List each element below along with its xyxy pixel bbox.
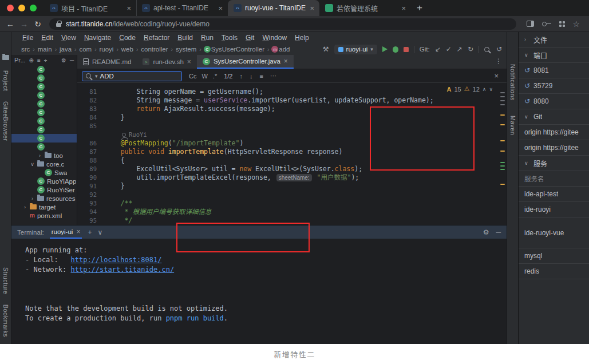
breadcrumb-item[interactable]: controller [140,46,168,53]
project-tree-row[interactable]: CSwa [11,168,77,177]
project-tree-row[interactable]: C [11,91,77,100]
menu-help[interactable]: Help [291,34,313,42]
whole-words-toggle[interactable]: W [201,73,207,80]
drawer-section-header[interactable]: ∨端口 [519,48,589,63]
terminal-link[interactable]: http://localhost:8081/ [70,256,161,264]
breadcrumb-item[interactable]: ruoyi [99,46,114,53]
next-match-icon[interactable]: ↓ [250,73,253,80]
tab-close-icon[interactable]: × [401,4,406,13]
debug-button[interactable] [393,46,398,53]
minimize-window-button[interactable] [18,5,25,11]
tool-window-bookmarks[interactable]: Bookmarks [2,304,9,337]
breadcrumb-item[interactable]: java [59,46,72,53]
project-tree-row[interactable]: mpom.xml [11,211,77,220]
editor-tab[interactable]: >run-dev.sh× [137,55,197,69]
collapse-all-icon[interactable]: ÷ [44,57,48,64]
forward-button[interactable]: → [17,19,31,29]
breadcrumb-item[interactable]: SysUserController [211,46,265,53]
password-key-icon[interactable] [542,22,547,26]
browser-tab[interactable]: ‹›api-test - TitanIDE× [136,0,228,16]
run-button[interactable] [382,46,388,52]
search-history-icon[interactable]: ▾ [95,73,98,79]
project-tree-row[interactable]: ›target [11,203,77,211]
extensions-icon[interactable] [559,21,562,23]
build-hammer-icon[interactable]: ⚒ [323,46,329,53]
drawer-service-row[interactable]: mysql [519,248,589,264]
git-history-icon[interactable]: ↻ [468,46,473,53]
project-tree-row[interactable]: C [11,117,77,125]
menu-git[interactable]: Git [242,34,258,42]
drawer-port-row[interactable]: ↺8080 [519,94,589,109]
menu-file[interactable]: File [18,34,37,42]
next-problem-icon[interactable]: ∨ [489,86,493,92]
menu-edit[interactable]: Edit [37,34,57,42]
menu-refactor[interactable]: Refactor [140,34,173,42]
menu-window[interactable]: Window [258,34,291,42]
breadcrumb-item[interactable]: add [278,46,290,53]
breadcrumb-item[interactable]: src [21,46,30,53]
previous-problem-icon[interactable]: ∧ [483,86,487,92]
hide-panel-icon[interactable]: ─ [70,57,74,64]
drawer-text-row[interactable]: origin https://gitee [519,125,589,140]
project-tree-row[interactable]: C [11,125,77,134]
match-case-toggle[interactable]: Cc [189,73,196,80]
panel-settings-icon[interactable]: ⚙ [61,57,66,64]
close-terminal-tab-icon[interactable]: × [76,228,80,236]
inspections-widget[interactable]: A15⚠12∧∨ [446,85,493,93]
breadcrumb-item[interactable]: system [175,46,197,53]
expand-all-icon[interactable]: ≡ [37,57,41,64]
project-tree-row[interactable]: C [11,108,77,117]
project-tree-row[interactable]: CRuoYiSer [11,185,77,194]
browser-tab[interactable]: ‹›ruoyi-vue - TitanIDE× [228,0,319,16]
tab-close-icon[interactable]: × [187,58,191,66]
menu-run[interactable]: Run [197,34,218,42]
find-input[interactable]: ▾ ADD [82,71,182,81]
drawer-section-header[interactable]: ∨服务 [519,156,589,171]
locate-file-icon[interactable]: ⊕ [29,57,34,64]
tab-close-icon[interactable]: × [284,57,288,65]
previous-match-icon[interactable]: ↑ [239,73,243,80]
bookmark-star-icon[interactable]: ☆ [572,20,580,28]
editor-scrollbar[interactable] [499,83,507,225]
stop-button[interactable] [404,47,409,52]
project-tree-row[interactable]: ›resources [11,194,77,203]
project-tree-row[interactable]: C [11,74,77,82]
address-bar[interactable]: start.titanide.cn/ide/web/coding/ruoyi-v… [49,18,516,30]
menu-view[interactable]: View [57,34,80,42]
project-tree-row[interactable]: C [11,134,77,143]
run-config-selector[interactable]: ruoyi-ui ▾ [334,45,377,54]
git-commit-icon[interactable]: ✓ [446,46,452,53]
hide-terminal-icon[interactable]: ─ [496,228,501,236]
drawer-port-row[interactable]: ↺35729 [519,78,589,94]
project-tree-row[interactable]: C [11,143,77,151]
terminal-dropdown-icon[interactable]: ∨ [97,228,102,236]
drawer-text-row[interactable]: origin https://gitee [519,140,589,156]
back-button[interactable]: ← [3,19,17,29]
git-update-icon[interactable]: ↙ [435,46,441,53]
drawer-service-row[interactable]: ide-api-test [519,187,589,202]
breadcrumb-item[interactable]: com [78,46,92,53]
drawer-section-header[interactable]: ∨Git [519,109,589,125]
menu-code[interactable]: Code [115,34,140,42]
close-find-icon[interactable]: × [494,72,502,80]
new-tab-button[interactable]: + [411,2,429,16]
new-terminal-icon[interactable]: + [88,228,92,236]
tab-close-icon[interactable]: × [127,4,131,13]
editor-tab[interactable]: CSysUserController.java× [197,55,294,69]
tool-window-maven[interactable]: Maven [509,116,516,135]
tool-window-notifications[interactable]: Notifications [509,64,516,101]
drawer-section-header[interactable]: ›文件 [519,32,589,48]
drawer-service-row[interactable]: ide-ruoyi [519,202,589,217]
project-tree-row[interactable]: CRuoYiApp [11,177,77,185]
find-more-options-icon[interactable]: ⋯ [270,72,276,80]
undo-icon[interactable]: ↺ [496,46,502,53]
maximize-window-button[interactable] [30,5,37,11]
menu-navigate[interactable]: Navigate [80,34,115,42]
terminal-link[interactable]: http://start.titanide.cn/ [70,266,174,274]
project-tree-row[interactable]: C [11,65,77,74]
browser-tab[interactable]: ‹›项目 - TitanIDE× [45,0,136,16]
terminal-tab[interactable]: ruoyi-ui × [50,225,82,239]
project-tree-row[interactable]: ›too [11,151,77,160]
editor-tab[interactable]: README.md [77,55,137,69]
menu-build[interactable]: Build [173,34,197,42]
